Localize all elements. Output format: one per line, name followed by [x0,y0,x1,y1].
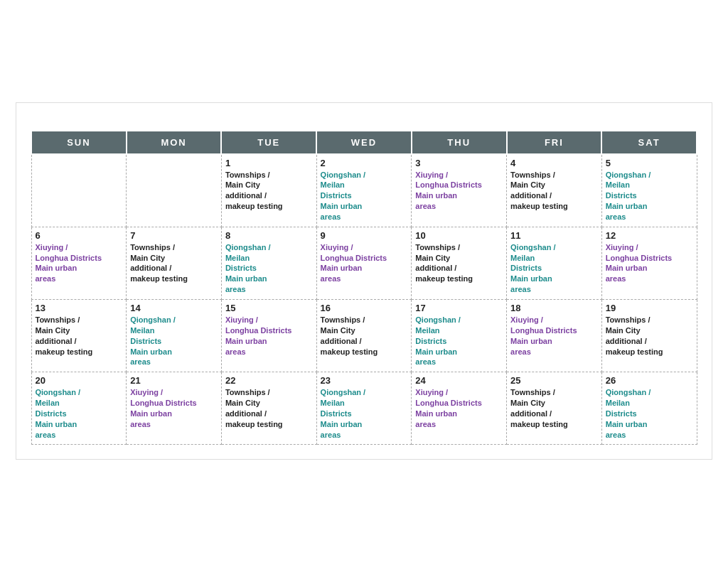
day-line: areas [36,431,56,439]
day-content: Qiongshan /MeilanDistrictsMain urbanarea… [321,170,408,222]
day-line: Xiuying / [606,243,638,252]
day-line: Main urban [225,274,267,283]
day-line: Main City [510,399,545,407]
day-content: Townships /Main Cityadditional /makeup t… [510,170,598,212]
day-content: Xiuying /Longhua DistrictsMain urbanarea… [225,315,313,357]
day-line: Meilan [510,254,535,262]
day-line: areas [415,420,436,428]
day-content: Xiuying /Longhua DistrictsMain urbanarea… [415,170,503,212]
day-line: Main urban [130,409,172,418]
day-line: Xiuying / [415,388,448,396]
day-content: Qiongshan /MeilanDistrictsMain urbanarea… [130,315,218,367]
day-content: Qiongshan /MeilanDistrictsMain urbanarea… [606,387,693,440]
day-line: Districts [321,191,352,200]
day-line: areas [606,431,626,439]
day-line: Main City [510,180,545,189]
day-line: Main urban [510,274,552,283]
day-cell: 15Xiuying /Longhua DistrictsMain urbanar… [221,300,316,372]
day-line: areas [225,285,246,293]
day-line: Districts [606,191,637,200]
day-line: additional / [225,409,267,418]
day-cell: 23Qiongshan /MeilanDistrictsMain urbanar… [316,372,412,445]
day-line: areas [321,431,341,439]
day-number: 5 [606,158,693,168]
day-line: Xiuying / [510,315,543,324]
day-line: Meilan [606,180,630,189]
day-line: Main urban [606,420,648,428]
day-cell: 1Townships /Main Cityadditional /makeup … [221,154,316,227]
day-line: Main City [321,326,355,335]
day-line: areas [130,420,151,428]
day-line: Qiongshan / [415,315,461,324]
day-cell: 8Qiongshan /MeilanDistrictsMain urbanare… [221,227,316,299]
day-number: 18 [510,303,598,313]
day-content: Qiongshan /MeilanDistrictsMain urbanarea… [321,387,408,440]
day-line: Townships / [225,388,270,396]
day-line: Longhua Districts [415,399,482,407]
day-line: areas [510,285,531,293]
day-cell: 5Qiongshan /MeilanDistrictsMain urbanare… [601,154,697,227]
day-line: Main urban [510,337,552,345]
day-cell: 7Townships /Main Cityadditional /makeup … [127,227,222,299]
day-line: areas [510,347,531,356]
day-cell: 9Xiuying /Longhua DistrictsMain urbanare… [316,227,412,299]
day-number: 3 [415,158,503,168]
day-content: Townships /Main Cityadditional /makeup t… [225,387,313,429]
day-cell: 4Townships /Main Cityadditional /makeup … [507,154,602,227]
day-line: makeup testing [510,420,568,428]
week-row-3: 20Qiongshan /MeilanDistrictsMain urbanar… [31,372,697,445]
day-line: Xiuying / [225,315,258,324]
day-number: 7 [130,230,218,241]
day-line: additional / [415,264,456,272]
day-number: 17 [415,303,503,313]
day-line: Qiongshan / [606,171,651,179]
day-cell: 17Qiongshan /MeilanDistrictsMain urbanar… [412,300,507,372]
day-line: areas [225,347,246,356]
calendar-body: 1Townships /Main Cityadditional /makeup … [31,154,697,445]
weekday-thu: THU [412,131,507,154]
day-cell: 16Townships /Main Cityadditional /makeup… [316,300,412,372]
week-row-1: 6Xiuying /Longhua DistrictsMain urbanare… [31,227,697,299]
day-cell: 12Xiuying /Longhua DistrictsMain urbanar… [601,227,697,299]
day-number: 16 [321,303,408,313]
day-line: Longhua Districts [36,254,102,262]
day-content: Xiuying /Longhua DistrictsMain urbanarea… [510,315,598,357]
day-line: Townships / [130,243,175,252]
day-number: 9 [321,230,408,241]
day-line: Main urban [606,264,648,272]
day-line: additional / [36,337,77,345]
day-content: Townships /Main Cityadditional /makeup t… [321,315,408,357]
day-line: Main urban [321,202,363,210]
day-content: Townships /Main Cityadditional /makeup t… [130,242,218,284]
day-line: Meilan [130,326,154,335]
day-line: Districts [36,409,67,418]
day-line: Longhua Districts [130,399,197,407]
weekday-mon: MON [127,131,222,154]
weekday-fri: FRI [507,131,602,154]
day-cell: 22Townships /Main Cityadditional /makeup… [221,372,316,445]
day-line: Main urban [415,409,457,418]
day-line: Main urban [606,202,648,210]
day-cell: 6Xiuying /Longhua DistrictsMain urbanare… [31,227,127,299]
day-line: additional / [130,264,171,272]
day-line: Main urban [321,264,363,272]
day-line: makeup testing [415,274,473,283]
day-line: Townships / [510,171,555,179]
day-cell: 26Qiongshan /MeilanDistrictsMain urbanar… [601,372,697,445]
day-line: areas [321,212,341,221]
day-content: Xiuying /Longhua DistrictsMain urbanarea… [321,242,408,284]
day-line: Qiongshan / [321,171,366,179]
day-line: Townships / [225,171,270,179]
day-line: Qiongshan / [36,388,81,396]
day-line: Meilan [415,326,439,335]
day-number: 21 [130,375,218,386]
day-content: Xiuying /Longhua DistrictsMain urbanarea… [415,387,503,429]
day-line: additional / [606,337,647,345]
day-cell: 24Xiuying /Longhua DistrictsMain urbanar… [412,372,507,445]
day-cell: 21Xiuying /Longhua DistrictsMain urbanar… [127,372,222,445]
day-line: areas [130,357,151,366]
day-number: 11 [510,230,598,241]
day-content: Qiongshan /MeilanDistrictsMain urbanarea… [225,242,313,295]
day-line: Meilan [321,180,345,189]
day-line: Main urban [36,420,77,428]
